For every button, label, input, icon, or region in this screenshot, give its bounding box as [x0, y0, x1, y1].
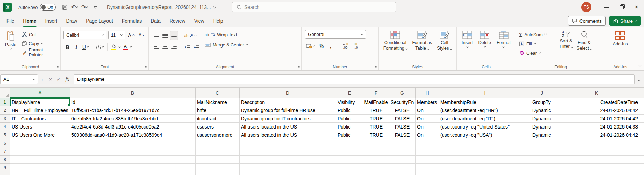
- format-cells-button[interactable]: Format: [495, 29, 513, 49]
- excel-logo-icon[interactable]: X: [3, 3, 12, 12]
- save-button[interactable]: [61, 3, 69, 11]
- middle-align-button[interactable]: [161, 31, 169, 40]
- wrap-text-button[interactable]: ab Wrap Text: [203, 30, 249, 39]
- bottom-align-button[interactable]: [170, 31, 178, 40]
- tab-draw[interactable]: Draw: [61, 14, 82, 27]
- cell-I7[interactable]: [439, 147, 531, 156]
- cell-A10[interactable]: [10, 172, 70, 175]
- addins-button[interactable]: Add-ins: [611, 29, 630, 48]
- undo-button[interactable]: ↶: [70, 3, 78, 12]
- cell-F1[interactable]: MailEnable: [363, 98, 389, 106]
- column-header-K[interactable]: K: [553, 88, 640, 98]
- cell-C8[interactable]: [196, 156, 240, 164]
- cell-H1[interactable]: Members: [416, 98, 439, 106]
- underline-button[interactable]: U: [81, 42, 90, 52]
- cell-G6[interactable]: [389, 139, 416, 147]
- alignment-dialog-launcher[interactable]: [297, 63, 300, 69]
- increase-indent-button[interactable]: [192, 42, 200, 52]
- cell-E6[interactable]: [336, 139, 363, 147]
- cell-partial-1[interactable]: [640, 98, 644, 106]
- fill-color-chevron-icon[interactable]: [118, 45, 121, 48]
- cell-E9[interactable]: [336, 164, 363, 172]
- cell-B9[interactable]: [70, 164, 196, 172]
- align-center-button[interactable]: [161, 42, 169, 52]
- font-name-select[interactable]: Calibri: [63, 31, 106, 39]
- cell-E3[interactable]: Public: [336, 115, 363, 123]
- column-header-B[interactable]: B: [70, 88, 196, 98]
- cell-partial-6[interactable]: [640, 139, 644, 147]
- format-painter-button[interactable]: Format Painter: [20, 48, 59, 57]
- cell-G5[interactable]: FALSE: [389, 131, 416, 139]
- autosum-button[interactable]: Σ AutoSum: [517, 30, 558, 39]
- conditional-formatting-button[interactable]: ConditionalFormatting: [381, 29, 410, 53]
- cell-E2[interactable]: Public: [336, 106, 363, 115]
- cell-A9[interactable]: [10, 164, 70, 172]
- cell-K10[interactable]: [553, 172, 640, 175]
- column-header-partial[interactable]: [640, 88, 644, 98]
- cell-F8[interactable]: [363, 156, 389, 164]
- copy-button[interactable]: Copy: [20, 39, 59, 48]
- cell-K9[interactable]: [553, 164, 640, 172]
- cell-D4[interactable]: All users located in the US: [240, 123, 336, 131]
- orientation-button[interactable]: ab: [183, 31, 197, 40]
- cell-K1[interactable]: CreatedDateTime: [553, 98, 640, 106]
- cell-D9[interactable]: [240, 164, 336, 172]
- document-title-button[interactable]: DynamicGroupInventoryReport_20260124_113…: [107, 4, 216, 10]
- top-align-button[interactable]: [152, 31, 160, 40]
- column-header-I[interactable]: I: [439, 88, 531, 98]
- cell-J7[interactable]: [531, 147, 553, 156]
- cell-G8[interactable]: [389, 156, 416, 164]
- cell-H9[interactable]: [416, 164, 439, 172]
- cell-H4[interactable]: On: [416, 123, 439, 131]
- clipboard-dialog-launcher[interactable]: [56, 63, 59, 69]
- cell-A5[interactable]: US Users One More: [10, 131, 70, 139]
- cell-C4[interactable]: ususers: [196, 123, 240, 131]
- cell-K3[interactable]: 24-01-2026 04:42: [553, 115, 640, 123]
- cell-E8[interactable]: [336, 156, 363, 164]
- cell-B2[interactable]: 16ff9581-c1ba-4d51-b144-25e9b1971d7c: [70, 106, 196, 115]
- decrease-decimal-button[interactable]: .00→.0: [351, 41, 359, 51]
- column-header-G[interactable]: G: [389, 88, 416, 98]
- font-dialog-launcher[interactable]: [144, 63, 147, 69]
- column-header-H[interactable]: H: [416, 88, 439, 98]
- cell-K4[interactable]: 24-01-2026 04:33: [553, 123, 640, 131]
- delete-cells-button[interactable]: Delete: [476, 29, 493, 49]
- cell-F4[interactable]: TRUE: [363, 123, 389, 131]
- cell-C9[interactable]: [196, 164, 240, 172]
- row-header-3[interactable]: 3: [0, 115, 10, 123]
- cell-J1[interactable]: GroupTy: [531, 98, 553, 106]
- cell-I5[interactable]: (user.country -eq "USA"): [439, 131, 531, 139]
- font-color-button[interactable]: A: [121, 42, 129, 52]
- cell-C7[interactable]: [196, 147, 240, 156]
- row-header-4[interactable]: 4: [0, 123, 10, 131]
- row-header-10[interactable]: [0, 172, 10, 175]
- user-avatar[interactable]: TS: [581, 2, 591, 12]
- cell-B1[interactable]: Id: [70, 98, 196, 106]
- number-format-select[interactable]: General: [305, 30, 366, 39]
- cell-partial-9[interactable]: [640, 164, 644, 172]
- row-header-6[interactable]: 6: [0, 139, 10, 147]
- cell-B3[interactable]: 0debf585-fda2-4cec-838b-fb19ea3cebbd: [70, 115, 196, 123]
- redo-button[interactable]: ↷: [80, 3, 89, 12]
- bold-button[interactable]: B: [63, 42, 72, 52]
- enter-button[interactable]: ✓: [55, 76, 63, 82]
- align-left-button[interactable]: [152, 42, 160, 52]
- tab-view[interactable]: View: [190, 14, 209, 27]
- cell-I3[interactable]: (user.department -eq "IT"): [439, 115, 531, 123]
- cell-G1[interactable]: SecurityEn: [389, 98, 416, 106]
- cell-B6[interactable]: [70, 139, 196, 147]
- cell-H7[interactable]: [416, 147, 439, 156]
- cell-F3[interactable]: TRUE: [363, 115, 389, 123]
- cell-J10[interactable]: [531, 172, 553, 175]
- cell-partial-8[interactable]: [640, 156, 644, 164]
- cell-I1[interactable]: MembershipRule: [439, 98, 531, 106]
- cell-B8[interactable]: [70, 156, 196, 164]
- column-header-A[interactable]: A: [10, 88, 70, 98]
- clear-button[interactable]: Clear: [517, 49, 558, 57]
- cell-J3[interactable]: Dynamic: [531, 115, 553, 123]
- accounting-format-button[interactable]: [305, 41, 316, 51]
- row-header-5[interactable]: 5: [0, 131, 10, 139]
- cell-E1[interactable]: Visibility: [336, 98, 363, 106]
- cell-F6[interactable]: [363, 139, 389, 147]
- cell-G2[interactable]: FALSE: [389, 106, 416, 115]
